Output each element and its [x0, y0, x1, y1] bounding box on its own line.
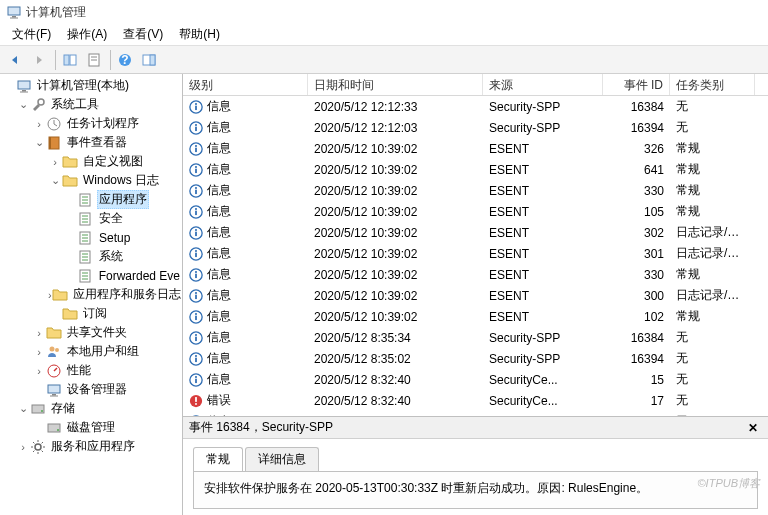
event-grid[interactable]: 信息2020/5/12 12:12:33Security-SPP16384无信息…	[183, 96, 768, 416]
event-source: Security-SPP	[483, 121, 603, 135]
event-category: 常规	[670, 182, 755, 199]
event-row[interactable]: 信息2020/5/12 10:39:02ESENT300日志记录/恢复	[183, 285, 768, 306]
tree-storage[interactable]: ⌄存储	[0, 399, 182, 418]
col-header-category[interactable]: 任务类别	[670, 74, 755, 95]
event-row[interactable]: 信息2020/5/12 10:39:02ESENT330常规	[183, 180, 768, 201]
event-id: 300	[603, 289, 670, 303]
tree-device-manager[interactable]: 设备管理器	[0, 380, 182, 399]
event-category: 常规	[670, 161, 755, 178]
tree-log-application[interactable]: 应用程序	[0, 190, 182, 209]
event-source: Security-SPP	[483, 352, 603, 366]
svg-rect-23	[64, 55, 69, 65]
event-id: 16384	[603, 331, 670, 345]
event-source: Security-SPP	[483, 100, 603, 114]
tree-log-setup[interactable]: Setup	[0, 228, 182, 247]
app-icon	[6, 4, 22, 20]
event-row[interactable]: 信息2020/5/12 10:39:02ESENT641常规	[183, 159, 768, 180]
col-header-id[interactable]: 事件 ID	[603, 74, 670, 95]
event-source: ESENT	[483, 289, 603, 303]
info-icon	[189, 226, 203, 240]
event-date: 2020/5/12 10:39:02	[308, 226, 483, 240]
event-category: 常规	[670, 203, 755, 220]
tree-performance[interactable]: ›性能	[0, 361, 182, 380]
event-row[interactable]: 信息2020/5/12 10:39:02ESENT102常规	[183, 306, 768, 327]
event-date: 2020/5/12 10:39:02	[308, 247, 483, 261]
tree-disk-mgmt[interactable]: 磁盘管理	[0, 418, 182, 437]
event-date: 2020/5/12 8:35:34	[308, 331, 483, 345]
menu-file[interactable]: 文件(F)	[4, 24, 59, 45]
toolbar: ?	[0, 46, 768, 74]
menubar: 文件(F) 操作(A) 查看(V) 帮助(H)	[0, 24, 768, 46]
back-button[interactable]	[4, 49, 26, 71]
tree-local-users[interactable]: ›本地用户和组	[0, 342, 182, 361]
menu-help[interactable]: 帮助(H)	[171, 24, 228, 45]
tree-task-scheduler[interactable]: ›任务计划程序	[0, 114, 182, 133]
col-header-source[interactable]: 来源	[483, 74, 603, 95]
event-row[interactable]: 信息2020/5/12 8:32:40SecurityCe...15无	[183, 369, 768, 390]
action-pane-button[interactable]	[138, 49, 160, 71]
event-source: SecurityCe...	[483, 394, 603, 408]
menu-view[interactable]: 查看(V)	[115, 24, 171, 45]
col-header-date[interactable]: 日期和时间	[308, 74, 483, 95]
tree-event-viewer[interactable]: ⌄事件查看器	[0, 133, 182, 152]
event-date: 2020/5/12 8:35:02	[308, 352, 483, 366]
detail-close-button[interactable]: ✕	[748, 421, 762, 435]
event-category: 无	[670, 98, 755, 115]
tree-shared-folders[interactable]: ›共享文件夹	[0, 323, 182, 342]
menu-action[interactable]: 操作(A)	[59, 24, 115, 45]
event-row[interactable]: 信息2020/5/12 8:35:34Security-SPP16384无	[183, 327, 768, 348]
tree-subscriptions[interactable]: 订阅	[0, 304, 182, 323]
tree-app-services-logs[interactable]: ›应用程序和服务日志	[0, 285, 182, 304]
event-row[interactable]: 信息2020/5/12 12:12:33Security-SPP16384无	[183, 96, 768, 117]
event-row[interactable]: 信息2020/5/12 10:39:02ESENT326常规	[183, 138, 768, 159]
event-row[interactable]: 信息2020/5/12 8:35:02Security-SPP16394无	[183, 348, 768, 369]
show-hide-tree-button[interactable]	[59, 49, 81, 71]
event-row[interactable]: 信息2020/5/12 10:39:02ESENT105常规	[183, 201, 768, 222]
watermark: ©ITPUB博客	[698, 476, 761, 491]
event-row[interactable]: 信息2020/5/12 10:39:02ESENT302日志记录/恢复	[183, 222, 768, 243]
event-level: 信息	[207, 182, 231, 199]
event-level: 信息	[207, 203, 231, 220]
event-level: 信息	[207, 287, 231, 304]
col-header-level[interactable]: 级别	[183, 74, 308, 95]
info-icon	[189, 268, 203, 282]
tab-details[interactable]: 详细信息	[245, 447, 319, 471]
tree-log-forwarded[interactable]: Forwarded Eve	[0, 266, 182, 285]
svg-rect-24	[70, 55, 76, 65]
tree-log-security[interactable]: 安全	[0, 209, 182, 228]
event-level: 信息	[207, 140, 231, 157]
event-date: 2020/5/12 10:39:02	[308, 310, 483, 324]
info-icon	[189, 163, 203, 177]
event-id: 326	[603, 142, 670, 156]
event-row[interactable]: 信息2020/5/12 10:39:02ESENT301日志记录/恢复	[183, 243, 768, 264]
properties-button[interactable]	[83, 49, 105, 71]
tree-root[interactable]: 计算机管理(本地)	[0, 76, 182, 95]
tree-services-apps[interactable]: ›服务和应用程序	[0, 437, 182, 456]
event-category: 无	[670, 392, 755, 409]
info-icon	[189, 142, 203, 156]
event-source: SecurityCe...	[483, 373, 603, 387]
event-level: 信息	[207, 329, 231, 346]
event-level: 错误	[207, 392, 231, 409]
info-icon	[189, 100, 203, 114]
tree-custom-views[interactable]: ›自定义视图	[0, 152, 182, 171]
event-date: 2020/5/12 10:39:02	[308, 205, 483, 219]
event-date: 2020/5/12 12:12:03	[308, 121, 483, 135]
event-row[interactable]: 信息2020/5/12 12:12:03Security-SPP16394无	[183, 117, 768, 138]
event-source: ESENT	[483, 268, 603, 282]
tree-system-tools[interactable]: ⌄系统工具	[0, 95, 182, 114]
tree-windows-logs[interactable]: ⌄Windows 日志	[0, 171, 182, 190]
event-level: 信息	[207, 98, 231, 115]
event-row[interactable]: 错误2020/5/12 8:32:40SecurityCe...17无	[183, 390, 768, 411]
tree-log-system[interactable]: 系统	[0, 247, 182, 266]
event-row[interactable]: 信息2020/5/12 10:39:02ESENT330常规	[183, 264, 768, 285]
tab-general[interactable]: 常规	[193, 447, 243, 471]
event-category: 无	[670, 371, 755, 388]
forward-button[interactable]	[28, 49, 50, 71]
event-id: 17	[603, 394, 670, 408]
info-icon	[189, 205, 203, 219]
event-id: 16394	[603, 121, 670, 135]
help-button[interactable]: ?	[114, 49, 136, 71]
event-id: 16394	[603, 352, 670, 366]
event-date: 2020/5/12 8:32:40	[308, 373, 483, 387]
